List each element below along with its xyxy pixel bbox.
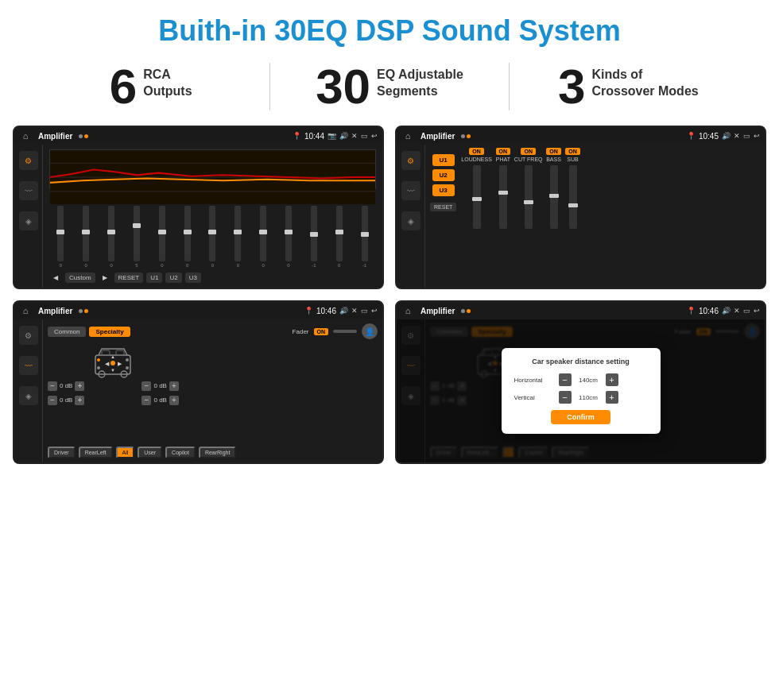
speaker-distance-dialog: Car speaker distance setting Horizontal … xyxy=(502,348,661,434)
svg-point-11 xyxy=(126,358,129,362)
crossover-sidebar-vol-icon[interactable]: ◈ xyxy=(19,386,38,405)
eq-slider-8[interactable]: 0 xyxy=(234,206,241,268)
amp-home-icon[interactable]: ⌂ xyxy=(401,130,414,142)
svg-text:◀: ◀ xyxy=(105,361,110,366)
db-tl-plus[interactable]: + xyxy=(75,381,84,391)
rearright-btn[interactable]: RearRight xyxy=(199,447,237,458)
crossover-controls: − 0 dB + − 0 dB + xyxy=(48,342,378,443)
horizontal-plus-btn[interactable]: + xyxy=(606,373,618,386)
amp-phat: ON PHAT xyxy=(495,148,511,284)
eq-sidebar-wave-icon[interactable]: 〰 xyxy=(19,181,38,200)
amp-cutfreq-on[interactable]: ON xyxy=(521,148,536,155)
volume-icon: 🔊 xyxy=(339,132,348,140)
amp-loudness-slider[interactable] xyxy=(473,165,481,229)
amp-sidebar-eq-icon[interactable]: ⚙ xyxy=(401,151,421,170)
dialog-heading: Car speaker distance setting xyxy=(514,358,648,365)
amp-sidebar-wave-icon[interactable]: 〰 xyxy=(401,181,421,200)
amp-loudness-on[interactable]: ON xyxy=(469,148,484,155)
crossover-dots xyxy=(79,309,88,313)
eq-sidebar-eq-icon[interactable]: ⚙ xyxy=(19,151,38,170)
eq-slider-4[interactable]: 5 xyxy=(134,206,140,268)
amp-sidebar: ⚙ 〰 ◈ xyxy=(397,145,425,288)
confirm-button[interactable]: Confirm xyxy=(551,410,610,424)
amp-sidebar-vol-icon[interactable]: ◈ xyxy=(401,211,421,230)
dialog-status-bar: ⌂ Amplifier 📍 10:46 🔊 ✕ ▭ ↩ xyxy=(397,302,765,319)
crossover-content: ⚙ 〰 ◈ Common Specialty Fader ON 👤 xyxy=(14,319,382,462)
page-title: Buith-in 30EQ DSP Sound System xyxy=(0,0,779,56)
amp-sub-slider[interactable] xyxy=(569,165,577,229)
user-btn[interactable]: User xyxy=(138,447,162,458)
amp-phat-slider[interactable] xyxy=(499,165,507,229)
back-icon[interactable]: ↩ xyxy=(371,132,378,140)
db-left: − 0 dB + − 0 dB + xyxy=(48,342,84,443)
dialog-battery-icon: ▭ xyxy=(743,307,750,315)
amp-main-area: U1 U2 U3 RESET ON LOUDNESS xyxy=(425,145,765,288)
eq-u3-btn[interactable]: U3 xyxy=(185,273,201,283)
home-icon[interactable]: ⌂ xyxy=(19,130,32,142)
crossover-back-icon[interactable]: ↩ xyxy=(371,307,378,315)
horizontal-minus-btn[interactable]: − xyxy=(559,373,572,386)
crossover-main-area: Common Specialty Fader ON 👤 − 0 dB xyxy=(43,319,382,462)
amp-u3-preset[interactable]: U3 xyxy=(432,184,455,196)
eq-next-btn[interactable]: ▶ xyxy=(99,273,111,283)
db-tl-minus[interactable]: − xyxy=(48,381,57,391)
eq-slider-11[interactable]: -1 xyxy=(311,206,317,268)
rearleft-btn[interactable]: RearLeft xyxy=(79,447,113,458)
eq-slider-6[interactable]: 0 xyxy=(184,206,191,268)
copilot-btn[interactable]: Copilot xyxy=(165,447,196,458)
eq-reset-btn[interactable]: RESET xyxy=(114,273,144,283)
eq-slider-5[interactable]: 0 xyxy=(159,206,165,268)
crossover-sidebar-wave-icon[interactable]: 〰 xyxy=(19,356,38,375)
amp-u2-preset[interactable]: U2 xyxy=(432,169,455,181)
dialog-horizontal-label: Horizontal xyxy=(514,377,554,384)
db-tr-minus[interactable]: − xyxy=(141,381,151,391)
eq-u2-btn[interactable]: U2 xyxy=(165,273,181,283)
dialog-home-icon[interactable]: ⌂ xyxy=(401,304,414,317)
amp-cutfreq-slider[interactable] xyxy=(525,165,533,229)
amp-u1-preset[interactable]: U1 xyxy=(432,154,455,166)
eq-slider-2[interactable]: 0 xyxy=(83,206,89,268)
crossover-location-icon: 📍 xyxy=(304,307,313,315)
eq-slider-12[interactable]: 0 xyxy=(336,206,343,268)
vertical-plus-btn[interactable]: + xyxy=(606,391,618,404)
amp-back-icon[interactable]: ↩ xyxy=(754,132,760,140)
eq-prev-btn[interactable]: ◀ xyxy=(49,273,62,283)
vertical-minus-btn[interactable]: − xyxy=(559,391,572,404)
db-tr-plus[interactable]: + xyxy=(169,381,179,391)
db-bl-minus[interactable]: − xyxy=(48,396,57,405)
crossover-sidebar-eq-icon[interactable]: ⚙ xyxy=(19,326,38,345)
eq-slider-3[interactable]: 0 xyxy=(108,206,114,268)
db-br-minus[interactable]: − xyxy=(141,396,151,405)
tab-specialty[interactable]: Specialty xyxy=(89,327,130,337)
eq-custom-btn[interactable]: Custom xyxy=(65,273,95,283)
eq-sidebar-vol-icon[interactable]: ◈ xyxy=(19,211,38,230)
fader-on-btn[interactable]: ON xyxy=(314,328,329,335)
fader-slider[interactable] xyxy=(333,330,357,333)
db-bl-plus[interactable]: + xyxy=(75,396,84,405)
crossover-tabs-row: Common Specialty Fader ON 👤 xyxy=(48,323,378,339)
eq-slider-10[interactable]: 0 xyxy=(285,206,292,268)
amp-bass-slider[interactable] xyxy=(550,165,558,229)
driver-btn[interactable]: Driver xyxy=(48,447,76,458)
amp-sub-on[interactable]: ON xyxy=(565,148,580,155)
db-br-plus[interactable]: + xyxy=(169,396,179,405)
dialog-back-icon[interactable]: ↩ xyxy=(754,307,760,315)
eq-slider-9[interactable]: 0 xyxy=(260,206,266,268)
eq-slider-1[interactable]: 0 xyxy=(57,206,64,268)
stats-row: 6 RCAOutputs 30 EQ AdjustableSegments 3 … xyxy=(0,56,779,122)
dialog-content: ⚙ 〰 ◈ Common Specialty Fader ON 👤 xyxy=(397,319,765,462)
amp-cutfreq: ON CUT FREQ xyxy=(514,148,543,284)
eq-slider-13[interactable]: -1 xyxy=(362,206,368,268)
db-right: − 0 dB + − 0 dB + xyxy=(141,342,178,443)
all-btn[interactable]: All xyxy=(116,447,135,458)
tab-common[interactable]: Common xyxy=(48,327,86,337)
eq-slider-7[interactable]: 0 xyxy=(209,206,215,268)
eq-u1-btn[interactable]: U1 xyxy=(146,273,162,283)
db-br-val: 0 dB xyxy=(153,396,166,404)
db-tl-val: 0 dB xyxy=(60,382,72,389)
amp-phat-on[interactable]: ON xyxy=(496,148,511,155)
profile-icon[interactable]: 👤 xyxy=(362,323,378,339)
amp-bass-on[interactable]: ON xyxy=(546,148,561,155)
amp-reset-btn[interactable]: RESET xyxy=(430,203,456,211)
crossover-home-icon[interactable]: ⌂ xyxy=(19,304,32,317)
